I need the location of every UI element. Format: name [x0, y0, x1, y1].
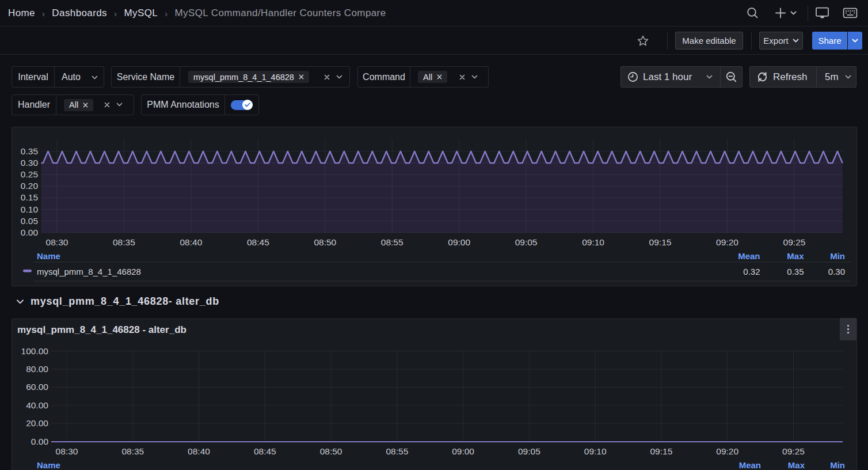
svg-text:0.30: 0.30: [21, 157, 39, 167]
svg-text:0.30: 0.30: [828, 267, 845, 276]
svg-text:Min: Min: [830, 460, 845, 470]
svg-text:60.00: 60.00: [26, 382, 48, 392]
svg-text:08:30: 08:30: [56, 446, 78, 456]
svg-text:09:10: 09:10: [582, 237, 604, 247]
svg-text:08:35: 08:35: [121, 446, 144, 456]
svg-text:0.20: 0.20: [21, 181, 39, 191]
svg-text:08:55: 08:55: [386, 446, 409, 456]
svg-text:08:30: 08:30: [46, 237, 68, 247]
svg-text:08:50: 08:50: [320, 446, 342, 456]
svg-text:09:15: 09:15: [649, 237, 672, 247]
svg-text:0.10: 0.10: [21, 204, 39, 214]
svg-text:Min: Min: [830, 251, 845, 261]
svg-text:0.00: 0.00: [21, 227, 39, 237]
svg-text:Max: Max: [787, 251, 804, 261]
svg-text:Max: Max: [788, 460, 805, 470]
svg-text:09:20: 09:20: [716, 446, 738, 456]
svg-text:08:45: 08:45: [254, 446, 276, 456]
svg-text:0.35: 0.35: [787, 267, 804, 276]
svg-text:09:15: 09:15: [650, 446, 673, 456]
svg-text:0.05: 0.05: [21, 215, 38, 225]
svg-text:20.00: 20.00: [26, 418, 48, 428]
svg-text:40.00: 40.00: [26, 400, 48, 410]
svg-text:Name: Name: [37, 251, 60, 261]
svg-text:Name: Name: [37, 460, 60, 470]
svg-text:Mean: Mean: [738, 251, 760, 261]
svg-text:08:40: 08:40: [188, 446, 210, 456]
svg-text:09:05: 09:05: [515, 237, 538, 247]
svg-text:100.00: 100.00: [21, 346, 49, 356]
svg-text:09:00: 09:00: [452, 446, 474, 456]
svg-text:80.00: 80.00: [26, 364, 48, 374]
svg-text:09:00: 09:00: [448, 237, 470, 247]
svg-text:0.15: 0.15: [21, 192, 38, 202]
svg-text:09:25: 09:25: [782, 446, 805, 456]
svg-text:mysql_pmm_8_4_1_46828: mysql_pmm_8_4_1_46828: [37, 267, 141, 276]
svg-text:08:50: 08:50: [314, 237, 336, 247]
svg-text:09:10: 09:10: [584, 446, 607, 456]
svg-text:08:55: 08:55: [381, 237, 403, 247]
svg-text:09:05: 09:05: [518, 446, 540, 456]
svg-text:08:45: 08:45: [247, 237, 269, 247]
svg-text:08:35: 08:35: [113, 237, 135, 247]
svg-text:0.32: 0.32: [743, 267, 760, 276]
svg-text:0.00: 0.00: [31, 437, 49, 446]
svg-text:09:25: 09:25: [783, 237, 806, 247]
svg-text:08:40: 08:40: [180, 237, 203, 247]
svg-text:Mean: Mean: [739, 460, 761, 470]
svg-text:0.25: 0.25: [21, 169, 38, 179]
svg-text:09:20: 09:20: [716, 237, 738, 247]
svg-text:0.35: 0.35: [21, 146, 38, 156]
